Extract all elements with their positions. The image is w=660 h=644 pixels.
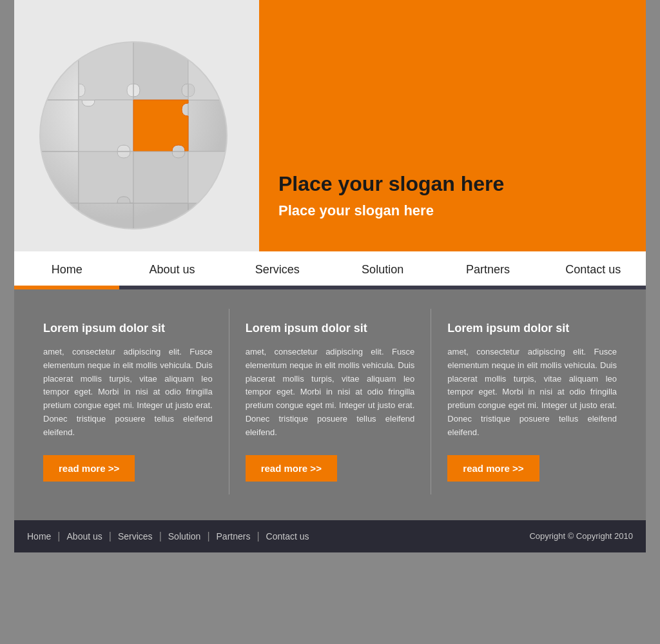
content-col-2: Lorem ipsum dolor sit amet, consectetur … — [229, 309, 431, 494]
footer-divider-3: | — [159, 531, 162, 542]
col2-title: Lorem ipsum dolor sit — [246, 322, 415, 335]
col1-title: Lorem ipsum dolor sit — [43, 322, 213, 335]
globe-icon — [34, 16, 240, 235]
page-wrapper: Place your slogan here Place your slogan… — [14, 0, 646, 552]
footer-divider-4: | — [207, 531, 209, 542]
content-col-3: Lorem ipsum dolor sit amet, consectetur … — [431, 309, 633, 494]
read-more-btn-2[interactable]: read more >> — [246, 455, 337, 482]
slogan1: Place your slogan here — [278, 172, 626, 196]
header: Place your slogan here Place your slogan… — [14, 0, 646, 251]
col3-title: Lorem ipsum dolor sit — [447, 322, 617, 335]
col1-body: amet, consectetur adipiscing elit. Fusce… — [43, 346, 213, 440]
footer-nav-partners[interactable]: Partners — [217, 531, 251, 542]
nav-item-contact[interactable]: Contact us — [541, 251, 646, 289]
header-left — [14, 0, 259, 251]
navigation: Home About us Services Solution Partners… — [14, 251, 646, 289]
globe-area — [14, 0, 259, 251]
content-area: Lorem ipsum dolor sit amet, consectetur … — [14, 289, 646, 520]
nav-item-services[interactable]: Services — [225, 251, 330, 289]
read-more-btn-3[interactable]: read more >> — [447, 455, 539, 482]
footer-nav: Home | About us | Services | Solution | … — [27, 531, 309, 542]
footer-nav-home[interactable]: Home — [27, 531, 51, 542]
footer-nav-about[interactable]: About us — [67, 531, 102, 542]
nav-item-partners[interactable]: Partners — [435, 251, 540, 289]
read-more-btn-1[interactable]: read more >> — [43, 455, 135, 482]
footer-divider-5: | — [257, 531, 259, 542]
nav-item-about[interactable]: About us — [119, 251, 224, 289]
footer-divider-1: | — [57, 531, 60, 542]
footer-nav-services[interactable]: Services — [118, 531, 153, 542]
nav-item-solution[interactable]: Solution — [330, 251, 435, 289]
footer-nav-solution[interactable]: Solution — [168, 531, 201, 542]
col2-body: amet, consectetur adipiscing elit. Fusce… — [246, 346, 415, 440]
footer: Home | About us | Services | Solution | … — [14, 520, 646, 552]
footer-copyright: Copyright © Copyright 2010 — [529, 531, 633, 541]
content-col-1: Lorem ipsum dolor sit amet, consectetur … — [27, 309, 229, 494]
nav-item-home[interactable]: Home — [14, 251, 119, 289]
col3-body: amet, consectetur adipiscing elit. Fusce… — [447, 346, 617, 440]
slogan2: Place your slogan here — [278, 202, 626, 219]
footer-nav-contact[interactable]: Contact us — [266, 531, 309, 542]
footer-divider-2: | — [109, 531, 112, 542]
header-right: Place your slogan here Place your slogan… — [259, 0, 646, 251]
